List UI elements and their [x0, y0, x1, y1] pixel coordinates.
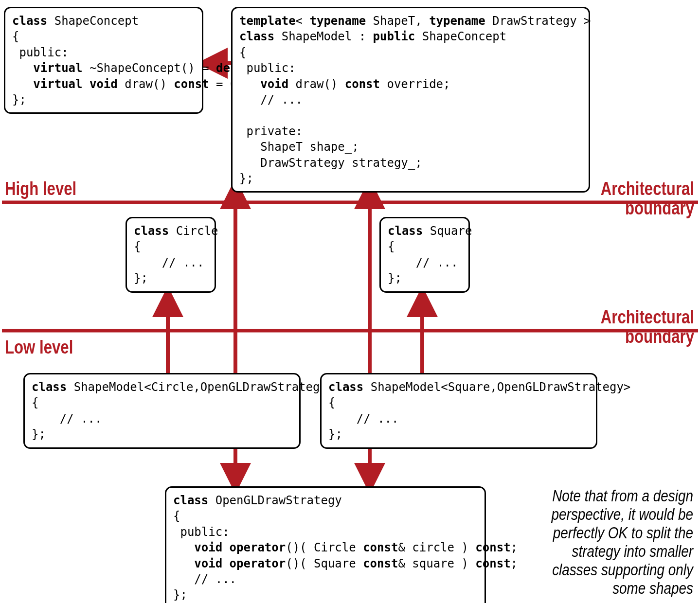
design-note: Note that from a design perspective, it …	[518, 486, 693, 597]
label-arch-boundary-lower: Architectural boundary	[582, 307, 694, 346]
box-shape-model: template< typename ShapeT, typename Draw…	[231, 7, 590, 193]
box-circle: class Circle { // ... };	[126, 217, 216, 293]
label-high-level: High level	[5, 179, 76, 198]
box-shape-concept: class ShapeConcept { public: virtual ~Sh…	[4, 7, 203, 114]
label-arch-boundary-upper: Architectural boundary	[582, 179, 694, 218]
box-square: class Square { // ... };	[379, 217, 470, 293]
box-opengl-strategy: class OpenGLDrawStrategy { public: void …	[165, 486, 486, 603]
diagram-stage: class ShapeConcept { public: virtual ~Sh…	[0, 0, 700, 603]
label-low-level: Low level	[5, 337, 73, 357]
box-shapemodel-square: class ShapeModel<Square,OpenGLDrawStrate…	[320, 373, 597, 449]
box-shapemodel-circle: class ShapeModel<Circle,OpenGLDrawStrate…	[23, 373, 301, 449]
